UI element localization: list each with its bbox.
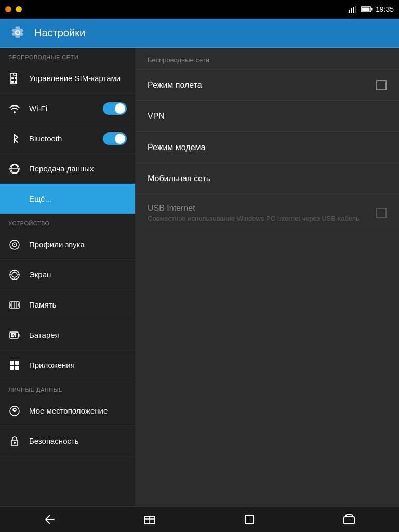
- wifi-label: Wi-Fi: [29, 104, 95, 113]
- sidebar-item-memory[interactable]: Память: [0, 290, 135, 320]
- bluetooth-label: Bluetooth: [29, 134, 95, 143]
- status-bar: 19:35: [0, 0, 399, 19]
- bluetooth-toggle[interactable]: [103, 132, 127, 145]
- square-icon: [243, 513, 256, 526]
- status-icons: 19:35: [349, 5, 394, 14]
- svg-rect-40: [245, 515, 254, 524]
- sidebar-item-apps[interactable]: Приложения: [0, 350, 135, 380]
- sim-icon: [8, 72, 21, 85]
- sidebar-item-sim[interactable]: Управление SIM-картами: [0, 63, 135, 94]
- battery-status-icon: [361, 6, 373, 12]
- modem-text: Режим модема: [148, 143, 387, 152]
- data-label: Передача данных: [29, 164, 127, 173]
- airplane-checkbox[interactable]: [376, 80, 387, 90]
- mobile-text: Мобильная сеть: [148, 174, 387, 183]
- screen-label: Экран: [29, 270, 127, 279]
- home-icon: [142, 513, 157, 526]
- svg-rect-10: [11, 81, 14, 83]
- main-layout: БЕСПРОВОДНЫЕ СЕТИ Управление SIM-картами: [0, 48, 399, 506]
- status-time: 19:35: [376, 5, 394, 14]
- usb-text: USB Internet Совместное использование Wi…: [148, 204, 376, 222]
- airplane-title: Режим полета: [148, 81, 376, 90]
- svg-rect-26: [18, 334, 20, 337]
- svg-rect-6: [362, 8, 369, 11]
- sidebar-item-wifi[interactable]: Wi-Fi: [0, 94, 135, 124]
- bluetooth-icon: [8, 132, 21, 145]
- sidebar: БЕСПРОВОДНЫЕ СЕТИ Управление SIM-картами: [0, 48, 135, 506]
- section-header-device: УСТРОЙСТВО: [0, 214, 135, 230]
- usb-title: USB Internet: [148, 204, 376, 213]
- app-title: Настройки: [34, 27, 85, 39]
- more-label: Ещё...: [29, 194, 127, 203]
- content-item-usb: USB Internet Совместное использование Wi…: [135, 194, 399, 232]
- svg-rect-11: [15, 81, 17, 83]
- svg-rect-1: [351, 8, 352, 13]
- svg-point-34: [14, 410, 16, 412]
- section-header-wireless: БЕСПРОВОДНЫЕ СЕТИ: [0, 48, 135, 63]
- signal-icon: [349, 6, 358, 13]
- svg-point-18: [12, 272, 17, 277]
- apps-label: Приложения: [29, 361, 127, 369]
- apps-icon: [8, 359, 21, 371]
- svg-rect-31: [15, 366, 19, 370]
- sidebar-item-security[interactable]: Безопасность: [0, 426, 135, 456]
- recent-icon: [343, 513, 355, 526]
- nav-back-button[interactable]: [34, 509, 65, 530]
- content-section-title: Беспроводные сети: [135, 48, 399, 69]
- vpn-title: VPN: [148, 112, 387, 121]
- sound-label: Профили звука: [29, 240, 127, 249]
- svg-rect-28: [10, 361, 14, 365]
- location-icon: [8, 405, 21, 417]
- bluetooth-toggle-knob: [115, 134, 125, 144]
- sidebar-item-battery[interactable]: Батарея: [0, 320, 135, 350]
- memory-label: Память: [29, 300, 127, 309]
- sound-icon: [8, 238, 21, 251]
- sidebar-item-data[interactable]: Передача данных: [0, 154, 135, 184]
- wifi-icon: [8, 102, 21, 115]
- svg-rect-2: [353, 7, 354, 13]
- svg-rect-30: [10, 366, 14, 370]
- more-icon: [8, 193, 21, 205]
- status-bar-left: [5, 6, 22, 12]
- back-icon: [44, 513, 56, 526]
- sidebar-item-screen[interactable]: Экран: [0, 260, 135, 290]
- airplane-text: Режим полета: [148, 81, 376, 90]
- bottom-nav: [0, 506, 399, 532]
- svg-point-16: [14, 244, 15, 245]
- app-header: Настройки: [0, 19, 399, 48]
- usb-checkbox: [376, 208, 387, 218]
- modem-title: Режим модема: [148, 143, 387, 152]
- svg-rect-8: [11, 77, 14, 79]
- nav-recent-button[interactable]: [334, 509, 365, 530]
- settings-header-icon: [8, 23, 27, 42]
- svg-rect-3: [355, 6, 356, 13]
- location-label: Мое местоположение: [29, 406, 127, 415]
- nav-square-button[interactable]: [234, 509, 265, 530]
- nav-home-button[interactable]: [134, 509, 165, 530]
- svg-point-36: [14, 442, 16, 444]
- content-item-mobile[interactable]: Мобильная сеть: [135, 163, 399, 194]
- svg-rect-29: [15, 361, 19, 365]
- section-header-personal: ЛИЧНЫЕ ДАННЫЕ: [0, 380, 135, 396]
- battery-icon: [8, 329, 21, 341]
- sidebar-item-more[interactable]: Ещё...: [0, 184, 135, 214]
- content-item-modem[interactable]: Режим модема: [135, 132, 399, 163]
- sim-label: Управление SIM-картами: [29, 74, 127, 83]
- data-transfer-icon: [8, 163, 21, 175]
- screen-icon: [8, 269, 21, 281]
- vpn-text: VPN: [148, 112, 387, 121]
- content-item-vpn[interactable]: VPN: [135, 101, 399, 132]
- sidebar-item-location[interactable]: Мое местоположение: [0, 396, 135, 426]
- svg-rect-41: [344, 517, 354, 524]
- security-label: Безопасность: [29, 436, 127, 445]
- svg-rect-0: [349, 10, 350, 13]
- memory-icon: [8, 299, 21, 311]
- content-item-airplane[interactable]: Режим полета: [135, 70, 399, 101]
- mobile-title: Мобильная сеть: [148, 174, 387, 183]
- svg-rect-9: [15, 77, 17, 79]
- sidebar-item-sound[interactable]: Профили звука: [0, 230, 135, 260]
- content-area: Беспроводные сети Режим полета VPN Режим…: [135, 48, 399, 506]
- wifi-toggle[interactable]: [103, 102, 127, 115]
- sidebar-item-bluetooth[interactable]: Bluetooth: [0, 124, 135, 154]
- battery-label: Батарея: [29, 330, 127, 339]
